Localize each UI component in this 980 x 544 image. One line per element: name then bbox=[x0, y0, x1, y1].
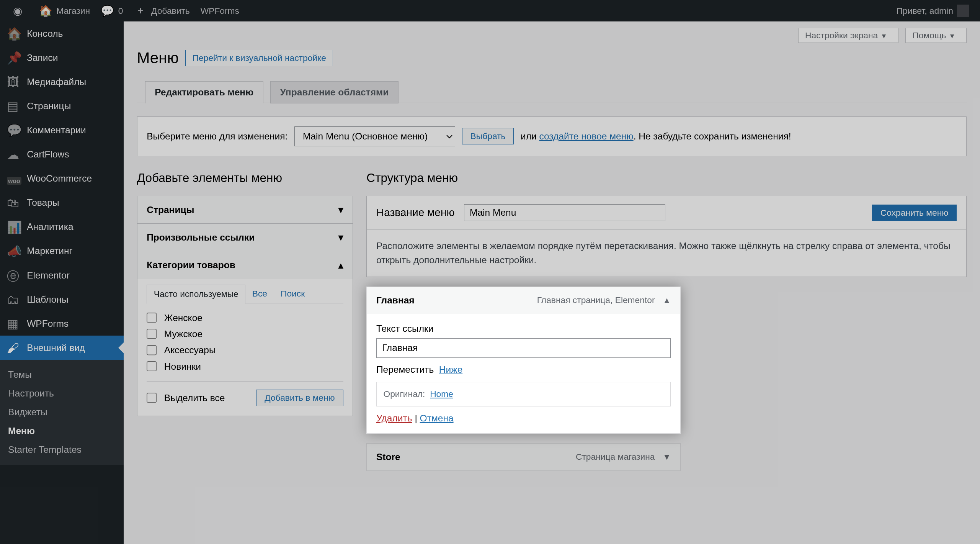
menu-icon: 📊 bbox=[7, 220, 20, 234]
sidebar-item-комментарии[interactable]: 💬Комментарии bbox=[0, 118, 124, 142]
chevron-down-icon: ▾ bbox=[338, 232, 343, 243]
link-text-input[interactable] bbox=[376, 338, 671, 358]
add-items-heading: Добавьте элементы меню bbox=[137, 171, 353, 185]
menu-icon: 🏠 bbox=[7, 27, 20, 40]
acc-product-cats-body: Часто используемые Все Поиск ЖенскоеМужс… bbox=[137, 279, 353, 416]
sidebar-item-elementor[interactable]: ⓔElementor bbox=[0, 263, 124, 287]
sidebar-item-wpforms[interactable]: ▦WPForms bbox=[0, 311, 124, 336]
menu-item-handle[interactable]: Store Страница магазина ▼ bbox=[367, 444, 680, 470]
save-menu-button[interactable]: Сохранить меню bbox=[872, 205, 957, 221]
tab-manage-locations[interactable]: Управление областями bbox=[270, 81, 399, 103]
sidebar-item-страницы[interactable]: ▤Страницы bbox=[0, 94, 124, 118]
site-link[interactable]: 🏠Магазин bbox=[34, 4, 96, 18]
menu-name-input[interactable] bbox=[464, 204, 665, 221]
menu-icon: ⓔ bbox=[7, 269, 20, 282]
menu-icon: 🗂 bbox=[7, 293, 20, 306]
acc-tab-all[interactable]: Все bbox=[245, 285, 274, 303]
chevron-down-icon[interactable]: ▼ bbox=[663, 452, 671, 462]
menu-select-box: Выберите меню для изменения: Main Menu (… bbox=[137, 116, 967, 156]
my-account[interactable]: Привет, admin bbox=[891, 5, 975, 17]
menu-name-row: Название меню Сохранить меню bbox=[366, 196, 967, 229]
menu-icon: 🖌 bbox=[7, 341, 20, 354]
main-content: Настройки экрана▼ Помощь▼ Меню Перейти к… bbox=[124, 21, 980, 544]
chevron-down-icon: ▼ bbox=[880, 32, 887, 40]
acc-pages[interactable]: Страницы▾ bbox=[137, 196, 353, 223]
menu-item-home: Главная Главная страница, Elementor ▲ Те… bbox=[366, 287, 681, 434]
submenu-item-настроить[interactable]: Настроить bbox=[0, 384, 124, 403]
comment-icon: 💬 bbox=[101, 4, 114, 18]
admin-sidebar: 🏠Консоль📌Записи🖼Медиафайлы▤Страницы💬Комм… bbox=[0, 21, 124, 544]
select-all-checkbox[interactable] bbox=[147, 393, 157, 403]
sidebar-item-woocommerce[interactable]: wooWooCommerce bbox=[0, 167, 124, 191]
menu-icon: ▦ bbox=[7, 317, 20, 330]
page-title: Меню bbox=[137, 49, 179, 67]
screen-meta: Настройки экрана▼ Помощь▼ bbox=[794, 28, 967, 43]
submenu-item-виджеты[interactable]: Виджеты bbox=[0, 403, 124, 421]
menu-icon: 🛍 bbox=[7, 196, 20, 210]
submenu-item-меню[interactable]: Меню bbox=[0, 422, 124, 441]
menu-select[interactable]: Main Menu (Основное меню) bbox=[294, 126, 455, 147]
menu-icon: 🖼 bbox=[7, 75, 20, 88]
menu-desc: Расположите элементы в желаемом порядке … bbox=[366, 229, 967, 277]
admin-toolbar: ◉ 🏠Магазин 💬0 +Добавить WPForms Привет, … bbox=[0, 0, 980, 21]
choose-menu-button[interactable]: Выбрать bbox=[462, 128, 514, 144]
sidebar-item-маркетинг[interactable]: 📣Маркетинг bbox=[0, 239, 124, 263]
cat-checkbox[interactable] bbox=[147, 345, 157, 356]
structure-heading: Структура меню bbox=[366, 171, 967, 185]
menu-icon: ▤ bbox=[7, 99, 20, 113]
wp-logo[interactable]: ◉ bbox=[5, 4, 34, 18]
accordion: Страницы▾ Произвольные ссылки▾ Категории… bbox=[137, 196, 353, 416]
help-button[interactable]: Помощь▼ bbox=[905, 28, 967, 43]
sidebar-item-шаблоны[interactable]: 🗂Шаблоны bbox=[0, 287, 124, 311]
wpforms-link[interactable]: WPForms bbox=[195, 6, 245, 16]
delete-item-link[interactable]: Удалить bbox=[376, 413, 412, 423]
home-icon: 🏠 bbox=[39, 4, 52, 18]
sidebar-item-медиафайлы[interactable]: 🖼Медиафайлы bbox=[0, 70, 124, 94]
sidebar-item-внешний вид[interactable]: 🖌Внешний вид bbox=[0, 336, 124, 360]
acc-links[interactable]: Произвольные ссылки▾ bbox=[137, 223, 353, 251]
comments-link[interactable]: 💬0 bbox=[95, 4, 128, 18]
chevron-up-icon[interactable]: ▲ bbox=[663, 296, 671, 305]
menu-icon: 💬 bbox=[7, 123, 20, 137]
menu-select-label: Выберите меню для изменения: bbox=[147, 131, 287, 142]
appearance-submenu: ТемыНастроитьВиджетыМенюStarter Template… bbox=[0, 360, 124, 464]
sidebar-item-консоль[interactable]: 🏠Консоль bbox=[0, 21, 124, 46]
chevron-up-icon: ▴ bbox=[338, 260, 343, 271]
sidebar-item-аналитика[interactable]: 📊Аналитика bbox=[0, 215, 124, 239]
menu-icon: ☁ bbox=[7, 148, 20, 161]
submenu-item-темы[interactable]: Темы bbox=[0, 365, 124, 384]
screen-options-button[interactable]: Настройки экрана▼ bbox=[798, 28, 898, 43]
menu-name-label: Название меню bbox=[376, 206, 455, 219]
original-link[interactable]: Home bbox=[430, 389, 453, 399]
acc-tab-search[interactable]: Поиск bbox=[274, 285, 312, 303]
add-to-menu-button[interactable]: Добавить в меню bbox=[256, 390, 343, 406]
sidebar-item-записи[interactable]: 📌Записи bbox=[0, 46, 124, 70]
new-content[interactable]: +Добавить bbox=[128, 4, 195, 18]
menu-icon: 📌 bbox=[7, 51, 20, 64]
move-down-link[interactable]: Ниже bbox=[439, 364, 462, 375]
original-box: Оригинал: Home bbox=[376, 382, 671, 406]
chevron-down-icon: ▾ bbox=[338, 204, 343, 215]
menu-icon: woo bbox=[7, 172, 20, 185]
sidebar-item-cartflows[interactable]: ☁CartFlows bbox=[0, 143, 124, 167]
cat-checkbox[interactable] bbox=[147, 329, 157, 339]
link-text-label: Текст ссылки bbox=[376, 323, 671, 334]
wordpress-icon: ◉ bbox=[11, 4, 24, 18]
customize-link-button[interactable]: Перейти к визуальной настройке bbox=[185, 50, 333, 66]
plus-icon: + bbox=[134, 4, 147, 18]
sidebar-item-товары[interactable]: 🛍Товары bbox=[0, 191, 124, 215]
acc-product-cats[interactable]: Категории товаров▴ bbox=[137, 251, 353, 279]
tab-edit-menu[interactable]: Редактировать меню bbox=[145, 81, 263, 103]
submenu-item-starter templates[interactable]: Starter Templates bbox=[0, 441, 124, 459]
menu-item-handle[interactable]: Главная Главная страница, Elementor ▲ bbox=[367, 287, 680, 314]
menu-icon: 📣 bbox=[7, 244, 20, 258]
cat-checkbox[interactable] bbox=[147, 313, 157, 323]
cat-checkbox[interactable] bbox=[147, 361, 157, 372]
avatar bbox=[957, 5, 969, 17]
cancel-item-link[interactable]: Отмена bbox=[420, 413, 454, 423]
menu-item-store: Store Страница магазина ▼ bbox=[366, 443, 681, 471]
acc-tab-frequent[interactable]: Часто используемые bbox=[147, 285, 245, 304]
chevron-down-icon: ▼ bbox=[949, 32, 956, 40]
create-menu-link[interactable]: создайте новое меню bbox=[539, 131, 634, 141]
nav-tabs: Редактировать меню Управление областями bbox=[137, 80, 967, 103]
